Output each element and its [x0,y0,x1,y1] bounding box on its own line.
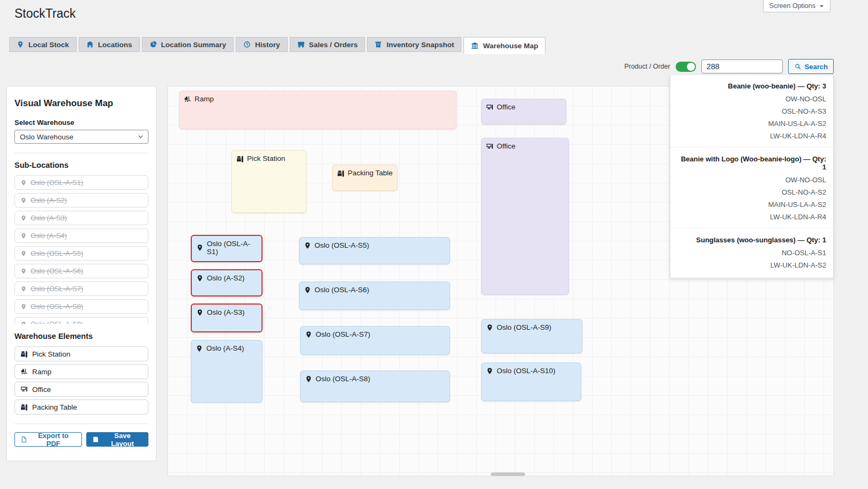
sublocation-item-oslo-a-s4[interactable]: Oslo (A-S4) [14,228,148,243]
node-label-text: Office [497,142,515,150]
pin-icon [17,41,24,48]
result-location-code[interactable]: NO-OSL-A-S1 [677,247,826,259]
map-node-office[interactable]: Office [481,138,569,295]
sublocation-item-oslo-osl-a-s5[interactable]: Oslo (OSL-A-S5) [14,246,148,261]
sublocation-item-oslo-osl-a-s1[interactable]: Oslo (OSL-A-S1) [14,175,148,190]
node-label-text: Oslo (OSL-A-S9) [497,323,551,331]
map-node-packing-table[interactable]: Packing Table [332,165,398,191]
tab-local-stock[interactable]: Local Stock [9,37,77,52]
node-label: Ramp [184,95,452,103]
node-label-text: Oslo (OSL-A-S5) [315,241,369,249]
pin-icon [196,309,204,316]
map-node-oslo-osl-a-s6[interactable]: Oslo (OSL-A-S6) [299,281,450,310]
tab-inventory-snapshot[interactable]: Inventory Snapshot [367,37,461,52]
result-location-code[interactable]: MAIN-US-LA-A-S2 [677,117,826,130]
tab-sales-orders[interactable]: Sales / Orders [290,37,365,52]
register-icon [337,169,345,177]
map-node-pick-station[interactable]: Pick Station [231,150,306,213]
sidebar-actions: Export to PDF Save Layout [14,432,148,447]
pin-icon [305,331,312,338]
pin-icon [486,324,493,331]
sublocation-item-oslo-osl-a-s9[interactable]: Oslo (OSL-A-S9) [14,317,148,324]
search-input[interactable] [701,60,783,73]
tab-history[interactable]: History [236,37,288,52]
result-group-title[interactable]: Beanie with Logo (Woo-beanie-logo) — Qty… [677,152,826,174]
node-label-text: Oslo (A-S2) [207,274,245,282]
product-order-toggle[interactable] [676,62,696,72]
box-icon [375,41,382,48]
element-label: Packing Table [32,403,77,411]
sublocation-label: Oslo (A-S2) [31,196,67,204]
screen-options-button[interactable]: Screen Options [763,0,830,12]
node-label: Oslo (OSL-A-S10) [486,367,577,375]
node-label: Oslo (OSL-A-S8) [305,375,445,383]
tab-label: History [255,41,280,49]
pin-icon [20,268,27,275]
element-item-packing-table[interactable]: Packing Table [14,399,148,414]
tab-warehouse-map[interactable]: Warehouse Map [463,37,545,54]
result-location-code[interactable]: LW-UK-LDN-A-R4 [677,130,826,142]
map-node-oslo-osl-a-s8[interactable]: Oslo (OSL-A-S8) [300,371,450,402]
tab-location-summary[interactable]: Location Summary [142,37,234,52]
sublocation-item-oslo-a-s2[interactable]: Oslo (A-S2) [14,193,148,208]
chevron-down-icon [137,133,144,140]
select-warehouse-label: Select Warehouse [14,118,148,127]
node-label-text: Oslo (OSL-A-S1) [207,240,257,256]
element-item-ramp[interactable]: Ramp [14,364,148,379]
warehouse-select[interactable]: Oslo Warehouse [14,130,148,144]
store-icon [297,41,305,48]
node-label-text: Office [497,103,515,111]
map-node-oslo-a-s2[interactable]: Oslo (A-S2) [191,269,263,297]
sublocation-item-oslo-a-s3[interactable]: Oslo (A-S3) [14,211,148,225]
map-node-office[interactable]: Office [481,99,566,124]
pin-icon [486,367,493,375]
result-group-title[interactable]: Beanie (woo-beanie) — Qty: 3 [677,79,826,93]
node-label: Oslo (OSL-A-S6) [304,286,445,294]
result-location-code[interactable]: OSL-NO-A-S3 [677,105,826,117]
node-label: Pick Station [236,154,302,162]
sublocation-item-oslo-osl-a-s7[interactable]: Oslo (OSL-A-S7) [14,281,148,296]
export-to-pdf-button[interactable]: Export to PDF [14,432,82,447]
map-node-oslo-osl-a-s9[interactable]: Oslo (OSL-A-S9) [481,319,582,353]
tab-locations[interactable]: Locations [79,37,140,52]
map-node-oslo-a-s3[interactable]: Oslo (A-S3) [191,303,263,332]
results-divider [670,147,833,147]
search-icon [794,63,802,70]
element-label: Office [32,386,51,394]
map-node-oslo-osl-a-s10[interactable]: Oslo (OSL-A-S10) [481,362,581,401]
tab-label: Inventory Snapshot [386,41,454,49]
result-group-title[interactable]: Sunglasses (woo-sunglasses) — Qty: 1 [677,233,826,247]
sidebar-divider [14,424,148,424]
node-label-text: Oslo (OSL-A-S10) [497,367,556,375]
map-node-oslo-osl-a-s5[interactable]: Oslo (OSL-A-S5) [299,237,450,264]
tab-label: Local Stock [28,41,69,49]
sublocation-item-oslo-osl-a-s8[interactable]: Oslo (OSL-A-S8) [14,299,148,314]
element-item-office[interactable]: Office [14,382,148,397]
map-node-oslo-a-s4[interactable]: Oslo (A-S4) [191,340,263,403]
result-location-code[interactable]: MAIN-US-LA-A-S2 [677,198,826,211]
search-results-panel: Beanie (woo-beanie) — Qty: 3OW-NO-OSLOSL… [670,75,834,278]
save-layout-button[interactable]: Save Layout [86,432,148,447]
sublocation-list[interactable]: Oslo (OSL-A-S1)Oslo (A-S2)Oslo (A-S3)Osl… [14,175,148,324]
tab-label: Locations [98,41,132,49]
result-location-code[interactable]: OSL-NO-A-S2 [677,186,826,198]
node-label: Oslo (OSL-A-S5) [304,241,445,249]
node-label: Oslo (A-S3) [196,308,257,316]
pin-icon [196,275,204,282]
map-node-oslo-osl-a-s7[interactable]: Oslo (OSL-A-S7) [300,326,450,355]
sublocation-item-oslo-osl-a-s6[interactable]: Oslo (OSL-A-S6) [14,264,148,278]
sublocation-label: Oslo (A-S3) [31,214,67,222]
search-button[interactable]: Search [788,59,834,74]
result-location-code[interactable]: LW-UK-LDN-A-R4 [677,211,826,223]
element-item-pick-station[interactable]: Pick Station [14,346,148,361]
map-node-ramp[interactable]: Ramp [179,91,457,129]
search-button-label: Search [805,63,828,71]
result-location-code[interactable]: OW-NO-OSL [677,174,826,186]
register-icon [20,403,28,411]
node-label-text: Oslo (A-S4) [206,344,244,352]
horizontal-scrollbar-thumb[interactable] [491,472,525,476]
desktop-icon [486,103,493,111]
result-location-code[interactable]: OW-NO-OSL [677,93,826,105]
result-location-code[interactable]: LW-UK-LDN-A-S2 [677,259,826,271]
map-node-oslo-osl-a-s1[interactable]: Oslo (OSL-A-S1) [191,235,263,262]
